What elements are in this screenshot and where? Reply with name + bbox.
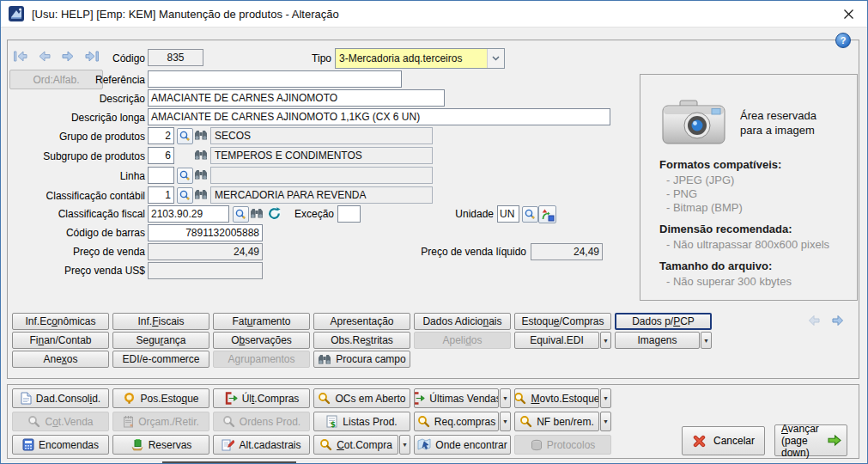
tab-seguranca[interactable]: Segurança [112, 332, 209, 349]
chevron-down-icon[interactable] [487, 49, 504, 68]
descricao-longa-input[interactable] [148, 108, 610, 125]
tab-scroll-right-icon[interactable] [829, 314, 846, 327]
title-bar[interactable]: [Usu: HELP] [Emp: KEM] Manutenção de pro… [1, 1, 867, 27]
btn-onde-encontrar[interactable]: Onde encontrar [414, 435, 511, 455]
close-icon[interactable] [830, 1, 867, 27]
btn-ocs-em-aberto-label: OCs em Aberto [335, 393, 405, 405]
btn-ultimas-vendas-dropdown[interactable]: ▼ [500, 388, 511, 408]
window-title: [Usu: HELP] [Emp: KEM] Manutenção de pro… [32, 8, 339, 21]
btn-ultimas-vendas[interactable]: Últimas Vendas [414, 388, 499, 408]
tab-procura-campo-label: Procura campo [336, 353, 405, 365]
grupo-binoculars-icon[interactable] [194, 130, 208, 141]
tab-imagens[interactable]: Imagens [615, 332, 700, 349]
btn-nf-ben-rem-dropdown[interactable]: ▼ [600, 412, 611, 431]
first-record-icon[interactable] [11, 50, 30, 63]
subgrupo-code-input[interactable] [148, 147, 174, 164]
linha-binoculars-icon[interactable] [194, 169, 208, 180]
tab-edi-ecommerce[interactable]: EDI/e-commerce [112, 351, 209, 368]
formats-title: Formatos compatíveis: [659, 158, 857, 171]
tab-procura-campo[interactable]: Procura campo [313, 351, 410, 368]
descricao-label: Descrição [52, 93, 145, 105]
btn-pos-estoque-label: Pos.Estoque [140, 393, 198, 405]
note-icon [123, 415, 134, 428]
descricao-input[interactable] [148, 89, 445, 107]
referencia-label: Referência [52, 74, 145, 86]
tab-anexos[interactable]: Anexos [12, 351, 109, 368]
help-icon[interactable]: ? [835, 33, 851, 48]
btn-alt-cadastrais[interactable]: Alt.cadastrais [213, 435, 310, 455]
magnifier-icon [417, 415, 430, 428]
btn-ocs-em-aberto[interactable]: OCs em Aberto [313, 388, 410, 408]
btn-pos-estoque[interactable]: Pos.Estoque [112, 388, 209, 408]
unidade-lookup-magnifier-icon[interactable] [522, 206, 538, 223]
unidade-input[interactable] [497, 205, 519, 223]
unidade-label: Unidade [447, 208, 494, 220]
tipo-combobox[interactable]: 3-Mercadoria adq.terceiros [335, 48, 505, 69]
tab-faturamento[interactable]: Faturamento [213, 313, 310, 330]
tab-observacoes[interactable]: Observações [213, 332, 310, 349]
subgrupo-binoculars-icon[interactable] [194, 150, 208, 161]
tab-observacoes-label: Observações [231, 334, 292, 346]
preco-venda-field: 24,49 [148, 243, 263, 260]
magnifier-icon [514, 392, 526, 405]
btn-req-compras[interactable]: Req.compras [414, 412, 499, 431]
tab-seguranca-label: Segurança [136, 334, 185, 346]
tab-dados-pcp[interactable]: Dados p/PCP [615, 313, 712, 330]
tab-faturamento-label: Faturamento [232, 315, 290, 327]
class-contabil-lookup-magnifier-icon[interactable] [177, 187, 193, 204]
unit-convert-icon[interactable] [538, 205, 556, 223]
tab-obs-restritas[interactable]: Obs.Restritas [313, 332, 410, 349]
tab-finan-contab[interactable]: Finan/Contab [12, 332, 109, 349]
linha-label: Linha [52, 170, 145, 182]
btn-ordens-prod-label: Ordens Prod. [240, 416, 300, 428]
tab-estoque-compras[interactable]: Estoque/Compras [514, 313, 611, 330]
class-contabil-binoculars-icon[interactable] [194, 189, 208, 200]
tab-apelidos: Apelidos [414, 332, 511, 349]
excecao-input[interactable] [337, 205, 361, 223]
grupo-lookup-magnifier-icon[interactable] [177, 128, 193, 144]
preco-usd-field [148, 262, 263, 279]
btn-reservas[interactable]: Reservas [112, 435, 209, 455]
referencia-input[interactable] [148, 70, 402, 88]
tab-dados-adicionais[interactable]: Dados Adicionais [414, 313, 511, 330]
tab-finan-contab-label: Finan/Contab [29, 334, 91, 346]
btn-movto-estoque-dropdown[interactable]: ▼ [600, 388, 611, 408]
btn-cot-compra-dropdown[interactable]: ▼ [399, 435, 410, 455]
btn-encomendas[interactable]: Encomendas [12, 435, 109, 455]
class-fiscal-input[interactable] [148, 205, 229, 223]
btn-req-compras-dropdown[interactable]: ▼ [500, 412, 511, 431]
tab-imagens-dropdown[interactable]: ▼ [701, 332, 712, 349]
linha-code-input[interactable] [148, 167, 174, 184]
btn-ult-compras[interactable]: Últ.Compras [213, 388, 310, 408]
tab-inf-fiscais[interactable]: Inf.Fiscais [112, 313, 209, 330]
class-contabil-code-input[interactable] [148, 186, 174, 204]
advance-button[interactable]: Avançar (page down) [774, 424, 847, 456]
tab-equival-edi-dropdown[interactable]: ▼ [600, 332, 611, 349]
previous-record-icon[interactable] [36, 50, 53, 63]
tab-agrupamentos: Agrupamentos [213, 351, 310, 368]
class-fiscal-binoculars-icon[interactable] [250, 208, 264, 219]
tab-anexos-label: Anexos [43, 353, 77, 365]
btn-listas-prod[interactable]: $Listas Prod. [313, 412, 410, 431]
tab-equival-edi[interactable]: Equival.EDI [514, 332, 599, 349]
dollar-list-icon: $ [326, 415, 338, 428]
linha-lookup-magnifier-icon[interactable] [177, 168, 193, 184]
tab-inf-economicas[interactable]: Inf.Econômicas [12, 313, 109, 330]
tab-apresentacao[interactable]: Apresentação [313, 313, 410, 330]
btn-dad-consolid[interactable]: Dad.Consolid. [12, 388, 109, 408]
tab-dados-pcp-label: Dados p/PCP [632, 315, 695, 327]
btn-nf-ben-rem[interactable]: NF ben/rem. [514, 412, 599, 431]
btn-protocolos-label: Protocolos [547, 439, 596, 451]
tab-scroll-left-icon[interactable] [806, 314, 822, 327]
cancel-button[interactable]: Cancelar [682, 426, 765, 455]
class-fiscal-label: Classificação fiscal [27, 208, 145, 220]
preco-liquido-field: 24,49 [531, 243, 603, 260]
class-contabil-label: Classificação contábil [27, 190, 145, 202]
refresh-icon[interactable] [267, 206, 282, 221]
class-fiscal-lookup-magnifier-icon[interactable] [233, 206, 249, 223]
grupo-code-input[interactable] [148, 127, 174, 144]
codigo-barras-input[interactable] [148, 224, 263, 241]
btn-cot-compra[interactable]: Cot.Compra [313, 435, 398, 455]
dimension-title: Dimensão recomendada: [659, 223, 857, 235]
btn-movto-estoque[interactable]: Movto.Estoque [514, 388, 599, 408]
